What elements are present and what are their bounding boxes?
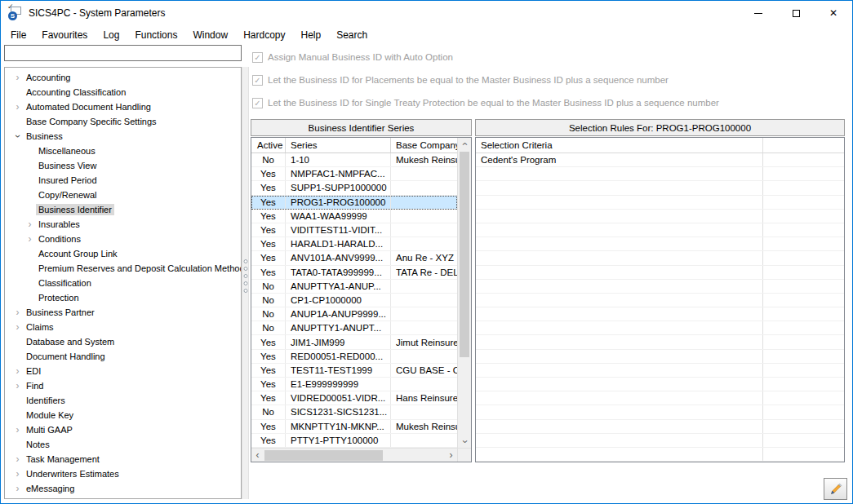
rules-row-empty[interactable] bbox=[476, 294, 844, 307]
series-row-anup1a-anup9999[interactable]: NoANUP1A-ANUP9999... bbox=[251, 307, 457, 321]
series-row-supp1-supp1000000[interactable]: YesSUPP1-SUPP1000000 bbox=[251, 181, 457, 195]
series-row-harald1-harald[interactable]: YesHARALD1-HARALD... bbox=[251, 237, 457, 251]
scroll-up-icon[interactable]: › bbox=[459, 138, 471, 150]
series-row-prog1-prog100000[interactable]: YesPROG1-PROG100000 bbox=[251, 196, 457, 210]
tree-item-insured-period[interactable]: Insured Period bbox=[5, 173, 241, 188]
tree-item-document-handling[interactable]: Document Handling bbox=[5, 349, 241, 364]
tree-item-base-company-specific-settings[interactable]: Base Company Specific Settings bbox=[5, 114, 241, 129]
series-row-e1-e999999999[interactable]: YesE1-E999999999 bbox=[251, 378, 457, 391]
menu-item-favourites[interactable]: Favourites bbox=[36, 27, 93, 43]
column-header-blank[interactable] bbox=[763, 138, 844, 153]
series-row-sics1231-sics1231[interactable]: NoSICS1231-SICS1231... bbox=[251, 405, 457, 419]
splitter-handle[interactable] bbox=[242, 67, 249, 499]
series-row-anupttya1-anup[interactable]: NoANUPTTYA1-ANUP... bbox=[251, 280, 457, 294]
tree-expander-icon[interactable]: › bbox=[24, 234, 36, 244]
tree-item-accounting[interactable]: ›Accounting bbox=[5, 70, 241, 85]
series-row-vidittest11-vidit[interactable]: YesVIDITTEST11-VIDIT... bbox=[251, 223, 457, 237]
tree-item-notes[interactable]: Notes bbox=[5, 437, 241, 452]
tree-item-premium-reserves-and-deposit-calculation-method[interactable]: Premium Reserves and Deposit Calculation… bbox=[5, 261, 241, 276]
rules-row-empty[interactable] bbox=[476, 364, 844, 378]
tree-expander-icon[interactable]: › bbox=[11, 102, 24, 112]
close-button[interactable]: ✕ bbox=[815, 1, 852, 25]
menu-item-functions[interactable]: Functions bbox=[129, 27, 183, 43]
rules-row-empty[interactable] bbox=[476, 280, 844, 294]
tree-item-database-and-system[interactable]: Database and System bbox=[5, 334, 241, 349]
rules-row-empty[interactable] bbox=[476, 420, 844, 434]
series-row-anv101a-anv9999[interactable]: YesANV101A-ANV9999...Anu Re - XYZ bbox=[251, 251, 457, 265]
minimize-button[interactable] bbox=[740, 1, 777, 25]
series-horizontal-scrollbar[interactable]: ‹ › bbox=[251, 449, 457, 462]
tree-item-copy-renewal[interactable]: Copy/Renewal bbox=[5, 188, 241, 202]
series-row-nmpfac1-nmpfac[interactable]: YesNMPFAC1-NMPFAC... bbox=[251, 167, 457, 181]
tree-expander-icon[interactable]: › bbox=[11, 322, 24, 332]
column-header-base-company[interactable]: Base Company bbox=[391, 138, 457, 153]
tree-item-accounting-classification[interactable]: Accounting Classification bbox=[5, 85, 241, 99]
tree-item-task-management[interactable]: ›Task Management bbox=[5, 452, 241, 466]
series-row-vidred00051-vidr[interactable]: YesVIDRED00051-VIDR...Hans Reinsurer bbox=[251, 391, 457, 405]
maximize-button[interactable] bbox=[777, 1, 815, 25]
scrollbar-thumb[interactable] bbox=[264, 450, 383, 461]
tree-item-edi[interactable]: ›EDI bbox=[5, 364, 241, 378]
tree-expander-icon[interactable]: › bbox=[11, 366, 24, 376]
series-row-ptty1-ptty100000[interactable]: YesPTTY1-PTTY100000 bbox=[251, 434, 457, 448]
checkbox-assign-manual-business-id-with[interactable]: ✓Assign Manual Business ID with Auto Opt… bbox=[252, 51, 453, 63]
tree-item-identifiers[interactable]: Identifiers bbox=[5, 393, 241, 408]
tree-item-business-identifier[interactable]: Business Identifier bbox=[5, 202, 241, 217]
checkbox-let-the-business-id-for[interactable]: ✓Let the Business ID for Single Treaty P… bbox=[252, 97, 719, 108]
series-row-cp1-cp1000000[interactable]: NoCP1-CP1000000 bbox=[251, 294, 457, 307]
rules-row-empty[interactable] bbox=[476, 448, 844, 462]
menu-item-file[interactable]: File bbox=[5, 27, 32, 43]
tree-item-miscellaneous[interactable]: Miscellaneous bbox=[5, 144, 241, 158]
tree-item-underwriters-estimates[interactable]: ›Underwriters Estimates bbox=[5, 466, 241, 481]
rules-row-empty[interactable] bbox=[476, 391, 844, 405]
tree-item-business[interactable]: ›Business bbox=[5, 129, 241, 144]
scrollbar-thumb[interactable] bbox=[460, 152, 469, 357]
checkbox-let-the-business-id-for[interactable]: ✓Let the Business ID for Placements be e… bbox=[252, 74, 669, 86]
tree-item-claims[interactable]: ›Claims bbox=[5, 320, 241, 334]
series-row-1-10[interactable]: No1-10Mukesh Reinsu. bbox=[251, 153, 457, 167]
series-row-mknptty1n-mknp[interactable]: YesMKNPTTY1N-MKNP...Mukesh Reinsu. bbox=[251, 420, 457, 434]
menu-item-hardcopy[interactable]: Hardcopy bbox=[238, 27, 291, 43]
rules-row-empty[interactable] bbox=[476, 266, 844, 280]
menu-item-window[interactable]: Window bbox=[187, 27, 233, 43]
tree-item-emessaging[interactable]: ›eMessaging bbox=[5, 481, 241, 496]
rules-row-empty[interactable] bbox=[476, 350, 844, 364]
rules-row-empty[interactable] bbox=[476, 237, 844, 251]
tree-expander-icon[interactable]: › bbox=[11, 454, 24, 464]
series-vertical-scrollbar[interactable]: › › bbox=[457, 138, 471, 448]
tree-expander-icon[interactable]: › bbox=[24, 219, 36, 229]
rules-row-empty[interactable] bbox=[476, 210, 844, 223]
rules-row-empty[interactable] bbox=[476, 167, 844, 181]
tree-item-automated-document-handling[interactable]: ›Automated Document Handling bbox=[5, 99, 241, 114]
tree-item-find[interactable]: ›Find bbox=[5, 378, 241, 393]
tree-item-classification[interactable]: Classification bbox=[5, 276, 241, 290]
tree-item-conditions[interactable]: ›Conditions bbox=[5, 232, 241, 246]
rules-row-empty[interactable] bbox=[476, 196, 844, 210]
rules-row-empty[interactable] bbox=[476, 181, 844, 195]
tree-item-business-partner[interactable]: ›Business Partner bbox=[5, 305, 241, 320]
menu-item-search[interactable]: Search bbox=[331, 27, 373, 43]
tree-item-protection[interactable]: Protection bbox=[5, 290, 241, 305]
tree-item-module-key[interactable]: Module Key bbox=[5, 408, 241, 422]
tree-expander-icon[interactable]: › bbox=[11, 307, 24, 317]
tree-item-account-group-link[interactable]: Account Group Link bbox=[5, 246, 241, 261]
scroll-right-icon[interactable]: › bbox=[445, 449, 457, 462]
tree-expander-icon[interactable]: › bbox=[13, 130, 23, 143]
rules-row-cedent-s-program[interactable]: Cedent's Program bbox=[476, 153, 844, 167]
column-header-selection-criteria[interactable]: Selection Criteria bbox=[476, 138, 763, 153]
scroll-down-icon[interactable]: › bbox=[459, 435, 471, 448]
series-row-waa1-waa99999[interactable]: YesWAA1-WAA99999 bbox=[251, 210, 457, 223]
column-header-active[interactable]: Active bbox=[251, 138, 286, 153]
rules-row-empty[interactable] bbox=[476, 405, 844, 419]
rules-row-empty[interactable] bbox=[476, 378, 844, 391]
rules-row-empty[interactable] bbox=[476, 321, 844, 335]
edit-button[interactable] bbox=[824, 478, 847, 500]
menu-item-help[interactable]: Help bbox=[295, 27, 327, 43]
column-header-series[interactable]: Series bbox=[286, 138, 391, 153]
tree-item-multi-gaap[interactable]: ›Multi GAAP bbox=[5, 422, 241, 437]
series-row-tata0-tata999999[interactable]: YesTATA0-TATA999999...TATA Re - DEL bbox=[251, 266, 457, 280]
tree-item-business-view[interactable]: Business View bbox=[5, 158, 241, 173]
series-row-red00051-red000[interactable]: YesRED00051-RED000... bbox=[251, 350, 457, 364]
series-row-test11-test1999[interactable]: YesTEST11-TEST1999CGU BASE - Os bbox=[251, 364, 457, 378]
tree-item-insurables[interactable]: ›Insurables bbox=[5, 217, 241, 232]
